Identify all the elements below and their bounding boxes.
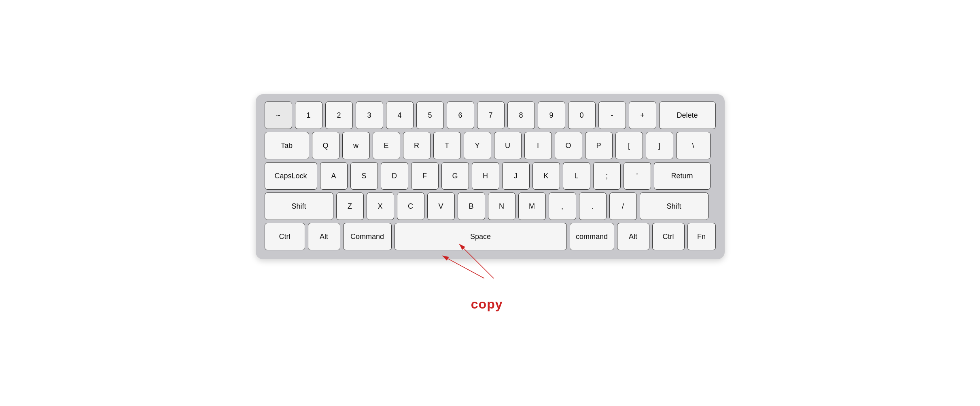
key-m[interactable]: M — [518, 192, 546, 220]
key-plus[interactable]: + — [629, 102, 656, 129]
key-command-l[interactable]: Command — [343, 223, 392, 250]
key-command-r[interactable]: command — [570, 223, 614, 250]
key-shift-r[interactable]: Shift — [640, 192, 708, 220]
key-fn[interactable]: Fn — [687, 223, 716, 250]
key-w[interactable]: w — [342, 132, 370, 159]
key-v[interactable]: V — [427, 192, 455, 220]
key-o[interactable]: O — [555, 132, 582, 159]
key-k[interactable]: K — [532, 162, 560, 190]
key-row-row1: ~1234567890-+Delete — [265, 102, 716, 129]
key-8[interactable]: 8 — [507, 102, 535, 129]
key-6[interactable]: 6 — [447, 102, 474, 129]
arrows-svg — [256, 259, 725, 364]
key-1[interactable]: 1 — [295, 102, 322, 129]
key-h[interactable]: H — [472, 162, 499, 190]
key-b[interactable]: B — [458, 192, 485, 220]
key-l[interactable]: L — [563, 162, 590, 190]
keyboard-wrapper: ~1234567890-+DeleteTabQwERTYUIOP[]\CapsL… — [256, 94, 725, 312]
key-r[interactable]: R — [403, 132, 431, 159]
key-ctrl-r[interactable]: Ctrl — [652, 223, 685, 250]
key-alt-r[interactable]: Alt — [617, 223, 649, 250]
key-alt-l[interactable]: Alt — [308, 223, 340, 250]
key-f[interactable]: F — [411, 162, 439, 190]
key-slash[interactable]: / — [609, 192, 637, 220]
key-comma[interactable]: , — [549, 192, 576, 220]
key-4[interactable]: 4 — [386, 102, 414, 129]
key-semicolon[interactable]: ; — [593, 162, 621, 190]
key-0[interactable]: 0 — [568, 102, 596, 129]
key-7[interactable]: 7 — [477, 102, 505, 129]
key-s[interactable]: S — [350, 162, 378, 190]
key-9[interactable]: 9 — [538, 102, 565, 129]
key-capslock[interactable]: CapsLock — [265, 162, 317, 190]
key-minus[interactable]: - — [598, 102, 626, 129]
key-g[interactable]: G — [441, 162, 469, 190]
key-3[interactable]: 3 — [356, 102, 383, 129]
key-2[interactable]: 2 — [325, 102, 353, 129]
key-tilde[interactable]: ~ — [265, 102, 292, 129]
key-delete[interactable]: Delete — [659, 102, 716, 129]
key-space[interactable]: Space — [395, 223, 567, 250]
key-tab[interactable]: Tab — [265, 132, 309, 159]
key-row-row5: CtrlAltCommandSpacecommandAltCtrlFn — [265, 223, 716, 250]
key-q[interactable]: Q — [312, 132, 339, 159]
key-p[interactable]: P — [585, 132, 613, 159]
key-rbracket[interactable]: ] — [646, 132, 673, 159]
key-period[interactable]: . — [579, 192, 607, 220]
key-y[interactable]: Y — [464, 132, 491, 159]
key-d[interactable]: D — [381, 162, 408, 190]
key-j[interactable]: J — [502, 162, 530, 190]
key-u[interactable]: U — [494, 132, 522, 159]
key-lbracket[interactable]: [ — [615, 132, 643, 159]
key-row-row3: CapsLockASDFGHJKL;'Return — [265, 162, 716, 190]
key-shift-l[interactable]: Shift — [265, 192, 333, 220]
key-c[interactable]: C — [397, 192, 424, 220]
key-row-row4: ShiftZXCVBNM,./Shift — [265, 192, 716, 220]
key-x[interactable]: X — [367, 192, 394, 220]
annotation-area: copy — [256, 259, 725, 312]
key-i[interactable]: I — [524, 132, 552, 159]
key-a[interactable]: A — [320, 162, 348, 190]
key-z[interactable]: Z — [336, 192, 364, 220]
key-ctrl-l[interactable]: Ctrl — [265, 223, 305, 250]
key-5[interactable]: 5 — [416, 102, 444, 129]
key-return[interactable]: Return — [654, 162, 711, 190]
key-quote[interactable]: ' — [624, 162, 651, 190]
keyboard: ~1234567890-+DeleteTabQwERTYUIOP[]\CapsL… — [256, 94, 725, 259]
key-n[interactable]: N — [488, 192, 515, 220]
key-e[interactable]: E — [373, 132, 400, 159]
key-row-row2: TabQwERTYUIOP[]\ — [265, 132, 716, 159]
copy-label: copy — [471, 297, 503, 312]
key-t[interactable]: T — [433, 132, 461, 159]
svg-line-1 — [442, 256, 484, 278]
key-backslash[interactable]: \ — [676, 132, 711, 159]
